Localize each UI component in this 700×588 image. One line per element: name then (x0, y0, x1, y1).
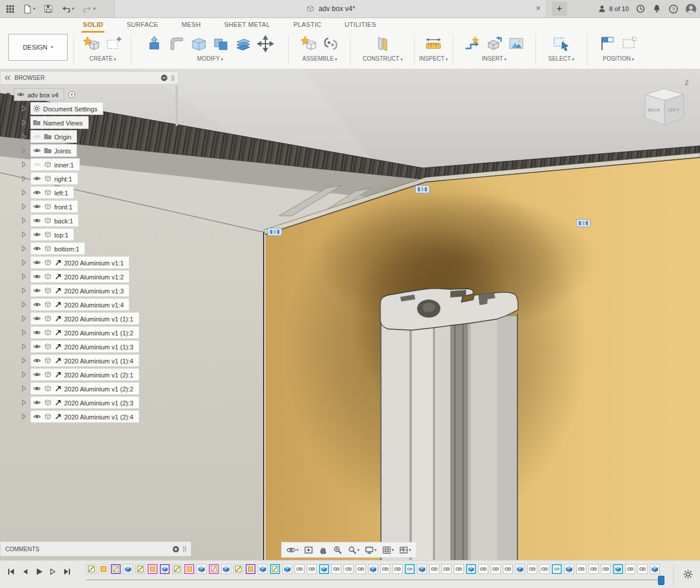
timeline-feature-extrude[interactable] (319, 564, 329, 574)
browser-row[interactable]: left:1 (0, 186, 178, 200)
job-status-button[interactable]: 8 of 10 (597, 4, 629, 13)
timeline-feature-joint[interactable] (625, 564, 635, 574)
model-extrusion-2020[interactable] (380, 289, 518, 560)
zoom-window-icon[interactable] (331, 544, 344, 556)
timeline-feature-extrude[interactable] (221, 564, 231, 574)
panel-scroll-grip[interactable] (172, 75, 174, 82)
browser-item-chip[interactable]: Document Settings (30, 102, 103, 115)
measure-icon[interactable] (424, 34, 443, 54)
expand-arrow-icon[interactable] (21, 231, 28, 238)
visibility-eye-icon[interactable] (33, 160, 41, 169)
timeline-feature-extrude[interactable] (417, 564, 427, 574)
visibility-eye-icon[interactable] (33, 412, 41, 421)
expand-arrow-icon[interactable] (21, 119, 28, 126)
joint-origin-glyph[interactable] (415, 186, 429, 193)
timeline-feature-extrude[interactable] (282, 564, 292, 574)
browser-header[interactable]: BROWSER (0, 71, 178, 85)
panel-scroll-grip[interactable] (183, 545, 186, 552)
visibility-eye-icon[interactable] (33, 272, 41, 281)
timeline-feature-joint[interactable] (393, 564, 402, 574)
expand-arrow-icon[interactable] (21, 413, 28, 420)
joint-icon[interactable] (321, 34, 341, 54)
profile-avatar[interactable] (685, 4, 696, 15)
browser-root-chip[interactable]: adv box v4 (14, 88, 64, 101)
group-label[interactable]: MODIFY▾ (134, 55, 286, 62)
browser-item-chip[interactable]: top:1 (30, 228, 74, 241)
expand-arrow-icon[interactable] (21, 385, 28, 392)
play-icon[interactable] (35, 568, 43, 576)
group-label[interactable]: INSPECT▾ (416, 55, 450, 62)
timeline-feature-joint[interactable] (503, 564, 513, 574)
timeline-feature-sketch[interactable] (209, 564, 219, 574)
visibility-eye-icon[interactable] (33, 398, 41, 407)
timeline-feature-sketch[interactable] (233, 564, 243, 574)
capture-position-icon[interactable] (597, 34, 617, 54)
browser-item-chip[interactable]: Origin (30, 130, 77, 143)
timeline-feature-box[interactable] (148, 564, 158, 574)
browser-row[interactable]: Origin (0, 130, 178, 144)
new-component-icon[interactable] (299, 34, 318, 54)
browser-row[interactable]: 2020 Aluminium v1:3 (0, 284, 178, 298)
browser-row[interactable]: 2020 Aluminium v1 (2):2 (0, 382, 178, 396)
browser-item-chip[interactable]: 2020 Aluminium v1 (1):3 (30, 340, 139, 353)
browser-row[interactable]: 2020 Aluminium v1 (1):2 (0, 326, 178, 340)
group-label[interactable]: CONSTRUCT▾ (354, 55, 412, 62)
browser-item-chip[interactable]: 2020 Aluminium v1:2 (30, 270, 130, 283)
browser-row[interactable]: 2020 Aluminium v1:1 (0, 256, 178, 270)
create-sketch-icon[interactable] (104, 34, 124, 54)
app-grid-icon[interactable] (2, 0, 18, 18)
orbit-icon[interactable]: ▾ (285, 544, 300, 556)
new-tab-button[interactable]: + (552, 2, 567, 16)
expand-arrow-icon[interactable] (21, 161, 28, 168)
browser-row[interactable]: 2020 Aluminium v1:4 (0, 298, 178, 312)
zoom-icon[interactable]: ▾ (346, 544, 362, 556)
timeline-feature-extrude[interactable] (564, 564, 574, 574)
browser-item-chip[interactable]: back:1 (30, 214, 79, 227)
timeline-feature-extrude[interactable] (123, 564, 133, 574)
joint-origin-glyph[interactable] (576, 219, 590, 227)
step-back-icon[interactable] (22, 568, 29, 576)
visibility-eye-icon[interactable] (33, 384, 41, 393)
timeline-feature-joint[interactable] (589, 564, 598, 574)
save-icon[interactable] (40, 0, 57, 18)
browser-row[interactable]: Named Views (0, 116, 178, 130)
timeline-feature-extrude[interactable] (515, 564, 525, 574)
visibility-eye-icon[interactable] (33, 370, 41, 379)
timeline-feature-joint[interactable] (295, 564, 304, 574)
expand-arrow-icon[interactable] (21, 133, 28, 140)
pan-icon[interactable] (317, 544, 330, 556)
timeline-feature-joint[interactable] (454, 564, 464, 574)
joint-origin-glyph[interactable] (268, 228, 282, 236)
group-label[interactable]: POSITION▾ (589, 55, 648, 62)
timeline-feature-extrude[interactable] (197, 564, 206, 574)
press-pull-icon[interactable] (145, 34, 164, 54)
notifications-bell-icon[interactable] (652, 4, 662, 13)
timeline-feature-sketch[interactable] (111, 564, 121, 574)
expand-arrow-icon[interactable] (21, 217, 28, 224)
browser-item-chip[interactable]: 2020 Aluminium v1 (1):2 (30, 326, 139, 339)
timeline-feature-joint[interactable] (307, 564, 317, 574)
timeline-track[interactable] (86, 579, 664, 580)
expand-arrow-icon[interactable] (21, 245, 28, 252)
timeline-feature-joint[interactable] (491, 564, 501, 574)
browser-item-chip[interactable]: 2020 Aluminium v1 (2):4 (30, 410, 139, 423)
hide-all-icon[interactable] (160, 74, 168, 82)
visibility-eye-icon[interactable] (33, 328, 41, 337)
timeline-feature-sketch[interactable] (135, 564, 145, 574)
visibility-eye-icon[interactable] (33, 202, 41, 211)
look-at-icon[interactable] (302, 544, 315, 556)
move-copy-icon[interactable] (256, 34, 275, 54)
browser-row[interactable]: back:1 (0, 214, 178, 228)
browser-row[interactable]: 2020 Aluminium v1 (2):3 (0, 396, 178, 410)
grid-snaps-icon[interactable]: ▾ (380, 544, 396, 556)
timeline-feature-joint[interactable] (429, 564, 439, 574)
redo-icon[interactable]: ▾ (79, 0, 99, 18)
insert-derive-icon[interactable] (462, 34, 482, 54)
browser-row[interactable]: 2020 Aluminium v1 (1):4 (0, 354, 178, 368)
expand-arrow-icon[interactable] (21, 189, 28, 196)
browser-item-chip[interactable]: 2020 Aluminium v1 (2):1 (30, 368, 139, 381)
timeline-feature-extrude[interactable] (650, 564, 660, 574)
timeline-feature-joint[interactable] (344, 564, 354, 574)
visibility-eye-icon[interactable] (33, 132, 41, 141)
timeline-feature-joint[interactable] (405, 564, 415, 574)
